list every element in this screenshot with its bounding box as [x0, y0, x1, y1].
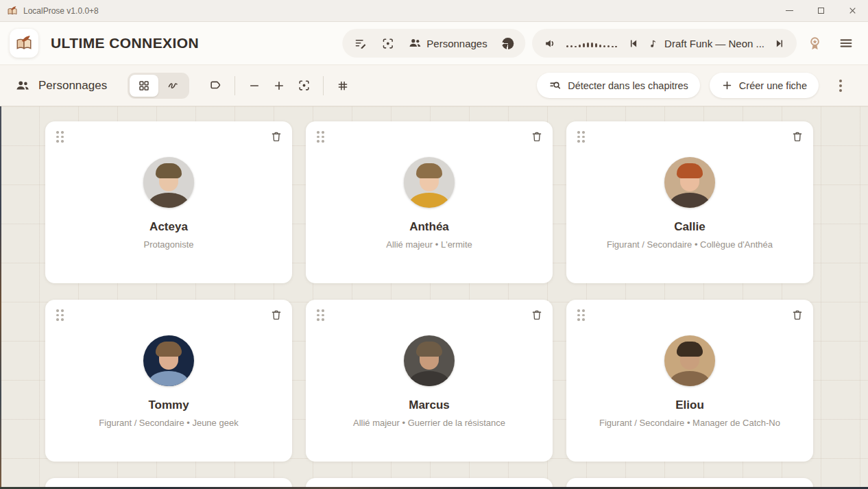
section-title: Personnages [38, 79, 107, 93]
stats-button[interactable] [496, 32, 520, 55]
character-card[interactable]: Tommy Figurant / Secondaire • Jeune geek [45, 300, 292, 462]
character-card[interactable]: Acteya Protagoniste [45, 121, 292, 283]
project-title: ULTIME CONNEXION [51, 35, 199, 51]
avatar [404, 157, 455, 208]
delete-button[interactable] [790, 307, 805, 322]
drag-handle-icon[interactable] [315, 130, 326, 144]
app-icon [7, 5, 18, 16]
zoom-out-button[interactable] [242, 73, 267, 98]
music-note-icon [648, 38, 658, 49]
plus-icon [721, 80, 733, 91]
minimize-button[interactable] [773, 0, 805, 21]
character-role: Allié majeur • L'ermite [386, 239, 472, 250]
compose-button[interactable] [348, 32, 372, 55]
main-nav: Personnages [342, 29, 525, 58]
delete-button[interactable] [269, 307, 284, 322]
equalizer-visualization [566, 38, 618, 48]
music-player: Draft Funk — Neon ... [532, 29, 797, 58]
search-list-icon [548, 79, 562, 92]
plus-icon [273, 80, 285, 92]
people-icon [408, 36, 422, 50]
character-card[interactable]: Callie Figurant / Secondaire • Collègue … [566, 121, 813, 283]
zoom-in-button[interactable] [267, 73, 291, 98]
character-name: Callie [674, 220, 705, 234]
character-card[interactable]: Marcus Allié majeur • Guerrier de la rés… [306, 300, 553, 462]
focus-mode-button[interactable] [375, 32, 400, 55]
character-name: Tommy [148, 398, 189, 412]
detect-button-label: Détecter dans les chapitres [568, 80, 688, 91]
divider [234, 76, 235, 95]
drag-handle-icon[interactable] [315, 308, 326, 322]
focus-icon [298, 79, 311, 92]
cards-grid: Acteya Protagoniste Anthéa Allié majeur … [45, 106, 827, 489]
volume-button[interactable] [540, 34, 559, 53]
close-button[interactable] [836, 0, 868, 21]
avatar [143, 157, 194, 208]
character-role: Protagoniste [144, 239, 194, 250]
pie-chart-icon [502, 38, 514, 49]
achievements-button[interactable] [801, 29, 828, 57]
character-name: Acteya [149, 220, 188, 234]
drag-handle-icon[interactable] [55, 308, 65, 322]
grid-icon [138, 80, 150, 92]
title-bar: LocalProse v1.0.0+8 [0, 0, 868, 22]
hamburger-icon [839, 36, 854, 51]
drag-handle-icon[interactable] [55, 130, 65, 144]
track-title[interactable]: Draft Funk — Neon ... [664, 38, 764, 49]
character-name: Eliou [675, 398, 704, 412]
delete-button[interactable] [529, 307, 544, 322]
view-switcher [128, 73, 189, 99]
snap-grid-button[interactable] [330, 73, 355, 98]
tag-icon [209, 79, 222, 92]
tags-button[interactable] [203, 73, 228, 98]
maximize-button[interactable] [805, 0, 836, 21]
character-role: Figurant / Secondaire • Manager de Catch… [599, 418, 780, 428]
character-role: Figurant / Secondaire • Jeune geek [99, 418, 238, 428]
avatar [143, 335, 194, 386]
background-art-edge [0, 106, 1, 489]
detect-in-chapters-button[interactable]: Détecter dans les chapitres [537, 73, 700, 98]
canvas-view-button[interactable] [158, 75, 187, 97]
scribble-icon [167, 80, 179, 92]
next-track-button[interactable] [771, 34, 788, 52]
avatar [404, 335, 455, 386]
character-card[interactable]: Eliou Figurant / Secondaire • Manager de… [566, 300, 813, 462]
characters-canvas: Acteya Protagoniste Anthéa Allié majeur … [0, 106, 868, 489]
award-icon [807, 36, 823, 51]
compose-icon [354, 37, 367, 50]
more-options-button[interactable] [828, 73, 853, 98]
character-role: Figurant / Secondaire • Collègue d'Anthé… [607, 239, 773, 250]
divider [323, 76, 324, 95]
delete-button[interactable] [790, 129, 805, 144]
kebab-icon [839, 80, 842, 92]
create-button-label: Créer une fiche [739, 80, 807, 91]
drag-handle-icon[interactable] [576, 308, 586, 322]
grid-view-button[interactable] [130, 75, 158, 97]
section-toolbar: Personnages [0, 65, 868, 106]
drag-handle-icon[interactable] [576, 130, 586, 144]
character-card[interactable]: Anthéa Allié majeur • L'ermite [306, 121, 553, 283]
snap-grid-icon [337, 80, 349, 92]
focus-icon [381, 37, 394, 50]
previous-track-button[interactable] [624, 34, 642, 52]
people-icon [15, 78, 30, 93]
app-logo[interactable] [10, 29, 38, 58]
menu-button[interactable] [832, 29, 860, 57]
create-card-button[interactable]: Créer une fiche [710, 73, 819, 98]
fit-view-button[interactable] [291, 73, 316, 98]
delete-button[interactable] [529, 129, 544, 144]
header: ULTIME CONNEXION [0, 22, 868, 65]
character-role: Allié majeur • Guerrier de la résistance [353, 418, 505, 428]
avatar [664, 157, 715, 208]
window-title: LocalProse v1.0.0+8 [23, 6, 99, 16]
avatar [664, 335, 715, 386]
delete-button[interactable] [269, 129, 284, 144]
tab-personnages-label: Personnages [426, 38, 487, 49]
character-name: Anthéa [409, 220, 449, 234]
character-name: Marcus [409, 398, 450, 412]
minus-icon [248, 80, 261, 92]
tab-personnages[interactable]: Personnages [402, 32, 492, 55]
